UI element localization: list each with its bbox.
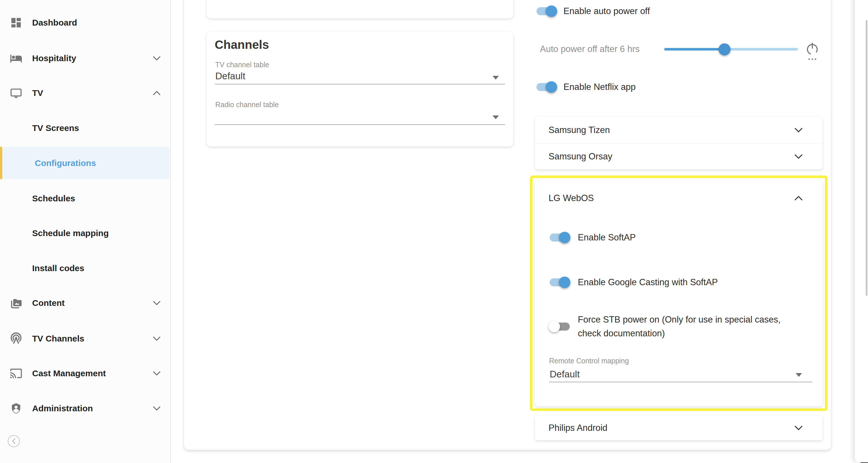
- sidebar-item-schedule-mapping[interactable]: Schedule mapping: [0, 225, 171, 242]
- power-icon[interactable]: [805, 41, 820, 61]
- chevron-down-icon: [153, 406, 160, 411]
- force-stb-toggle[interactable]: [550, 321, 570, 332]
- bed-icon: [10, 52, 22, 65]
- sidebar-item-install-codes[interactable]: Install codes: [0, 260, 171, 277]
- dropdown-arrow-icon: [796, 373, 802, 377]
- sidebar-item-configurations[interactable]: Configurations: [2, 147, 169, 179]
- netflix-toggle[interactable]: [536, 81, 557, 93]
- channels-card-title: Channels: [215, 38, 269, 52]
- scrollbar-thumb[interactable]: [866, 20, 867, 296]
- sidebar: Dashboard Hospitality TV TV Screens: [0, 0, 171, 463]
- slider-thumb[interactable]: [718, 44, 731, 55]
- sidebar-item-label: Administration: [32, 404, 93, 413]
- sidebar-item-hospitality[interactable]: Hospitality: [0, 50, 171, 67]
- samsung-accordion-group: Samsung Tizen Samsung Orsay: [535, 117, 823, 170]
- sidebar-item-label: Install codes: [32, 263, 84, 273]
- sidebar-item-label: Hospitality: [32, 53, 76, 63]
- select-value: Default: [215, 68, 245, 84]
- accordion-title: Philips Android: [549, 423, 608, 433]
- sidebar-item-label: Cast Management: [32, 369, 106, 378]
- tv-icon: [10, 87, 22, 99]
- chevron-up-icon: [153, 91, 160, 95]
- chevron-down-icon: [153, 301, 160, 305]
- chevron-up-icon: [795, 196, 803, 201]
- settings-card-partial: [207, 0, 513, 19]
- chevron-down-icon: [795, 128, 803, 133]
- select-value: Default: [550, 367, 580, 382]
- softap-toggle[interactable]: [550, 232, 570, 243]
- accordion-title: Samsung Orsay: [549, 151, 612, 162]
- sidebar-item-dashboard[interactable]: Dashboard: [0, 14, 171, 31]
- radio-channel-table-label: Radio channel table: [215, 100, 279, 109]
- remote-control-mapping-label: Remote Control mapping: [549, 357, 629, 365]
- sidebar-item-schedules[interactable]: Schedules: [0, 190, 171, 207]
- chevron-down-icon: [153, 56, 160, 61]
- collapse-sidebar-button[interactable]: [7, 435, 20, 447]
- sidebar-item-label: Schedule mapping: [32, 228, 109, 238]
- active-indicator-bar: [0, 147, 2, 179]
- toggle-thumb: [546, 81, 557, 93]
- accordion-philips-android[interactable]: Philips Android: [535, 415, 823, 440]
- google-casting-toggle[interactable]: [550, 277, 570, 288]
- chevron-left-circle-icon: [7, 435, 20, 447]
- chevron-down-icon: [795, 426, 803, 430]
- admin-shield-icon: [10, 402, 22, 415]
- philips-android-card: Philips Android: [535, 415, 823, 440]
- media-folder-icon: [10, 297, 22, 309]
- toggle-thumb: [546, 5, 557, 17]
- sidebar-item-label: Content: [32, 298, 65, 308]
- radio-channel-table-select[interactable]: [215, 109, 505, 125]
- auto-power-off-label: Enable auto power off: [563, 4, 650, 18]
- toggle-thumb: [559, 232, 570, 243]
- sidebar-item-tv-channels[interactable]: TV Channels: [0, 330, 171, 347]
- screen: Channels TV channel table Default Radio …: [0, 0, 868, 463]
- tv-channel-table-label: TV channel table: [215, 61, 269, 69]
- sidebar-item-label: Configurations: [35, 158, 96, 168]
- auto-power-off-toggle[interactable]: [536, 5, 557, 17]
- netflix-label: Enable Netflix app: [563, 80, 636, 94]
- chevron-down-icon: [795, 154, 803, 159]
- sidebar-item-label: TV Screens: [32, 123, 79, 133]
- dashboard-icon: [10, 17, 22, 29]
- accordion-samsung-tizen[interactable]: Samsung Tizen: [535, 117, 823, 143]
- slider-fill: [664, 48, 724, 51]
- sidebar-item-label: Schedules: [32, 194, 75, 203]
- broadcast-antenna-icon: [10, 332, 22, 345]
- toggle-thumb: [559, 277, 570, 288]
- force-stb-label: Force STB power on (Only for use in spec…: [578, 313, 799, 340]
- softap-label: Enable SoftAP: [578, 231, 636, 244]
- toggle-thumb: [549, 321, 560, 332]
- sidebar-item-tv-screens[interactable]: TV Screens: [0, 119, 171, 137]
- chevron-down-icon: [153, 337, 160, 341]
- dropdown-arrow-icon: [493, 115, 499, 119]
- accordion-title: Samsung Tizen: [549, 125, 610, 135]
- dropdown-arrow-icon: [493, 76, 499, 80]
- auto-power-off-slider[interactable]: [664, 48, 798, 51]
- accordion-lg-webos[interactable]: LG WebOS: [535, 180, 823, 216]
- sidebar-item-tv[interactable]: TV: [0, 84, 171, 102]
- auto-power-off-slider-label: Auto power off after 6 hrs: [540, 42, 640, 56]
- sidebar-item-content[interactable]: Content: [0, 294, 171, 312]
- google-casting-label: Enable Google Casting with SoftAP: [578, 276, 718, 289]
- accordion-title: LG WebOS: [549, 193, 594, 203]
- cast-icon: [10, 367, 22, 380]
- sidebar-item-label: TV: [32, 88, 43, 98]
- tv-channel-table-select[interactable]: Default: [215, 68, 505, 84]
- sidebar-item-label: Dashboard: [32, 18, 77, 28]
- sidebar-item-cast-management[interactable]: Cast Management: [0, 365, 171, 382]
- sidebar-item-label: TV Channels: [32, 334, 84, 344]
- chevron-down-icon: [153, 371, 160, 376]
- remote-control-mapping-select[interactable]: Default: [549, 367, 812, 382]
- accordion-samsung-orsay[interactable]: Samsung Orsay: [535, 143, 823, 170]
- sidebar-item-administration[interactable]: Administration: [0, 400, 171, 417]
